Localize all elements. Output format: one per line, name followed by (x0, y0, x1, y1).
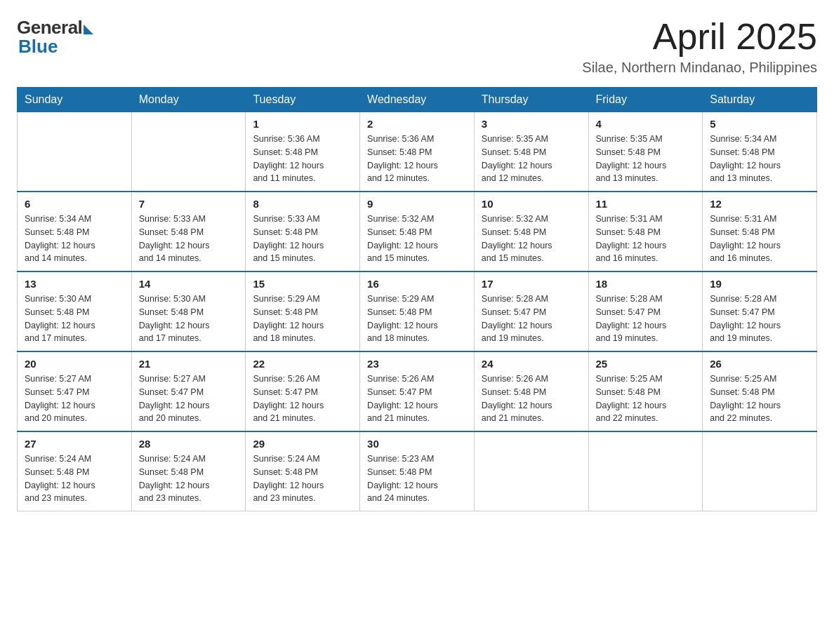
day-number: 20 (25, 358, 124, 370)
day-info: Sunrise: 5:27 AM Sunset: 5:47 PM Dayligh… (139, 373, 239, 425)
calendar-cell: 19Sunrise: 5:28 AM Sunset: 5:47 PM Dayli… (703, 271, 817, 351)
day-number: 27 (25, 438, 124, 450)
calendar-week-row: 20Sunrise: 5:27 AM Sunset: 5:47 PM Dayli… (18, 351, 817, 431)
calendar-cell: 9Sunrise: 5:32 AM Sunset: 5:48 PM Daylig… (360, 192, 475, 271)
day-number: 29 (253, 438, 352, 450)
calendar-cell: 8Sunrise: 5:33 AM Sunset: 5:48 PM Daylig… (246, 192, 360, 271)
calendar-cell: 28Sunrise: 5:24 AM Sunset: 5:48 PM Dayli… (131, 431, 246, 511)
calendar-table: SundayMondayTuesdayWednesdayThursdayFrid… (17, 87, 817, 511)
calendar-cell: 22Sunrise: 5:26 AM Sunset: 5:47 PM Dayli… (246, 351, 360, 431)
day-number: 23 (367, 358, 467, 370)
day-number: 22 (253, 358, 352, 370)
calendar-cell: 12Sunrise: 5:31 AM Sunset: 5:48 PM Dayli… (703, 192, 817, 271)
column-header-tuesday: Tuesday (246, 88, 360, 112)
logo: General Blue (17, 17, 93, 58)
column-header-sunday: Sunday (18, 88, 132, 112)
day-info: Sunrise: 5:23 AM Sunset: 5:48 PM Dayligh… (367, 452, 467, 505)
day-info: Sunrise: 5:34 AM Sunset: 5:48 PM Dayligh… (710, 133, 809, 185)
calendar-header-row: SundayMondayTuesdayWednesdayThursdayFrid… (18, 88, 817, 112)
column-header-thursday: Thursday (474, 88, 588, 112)
calendar-cell: 10Sunrise: 5:32 AM Sunset: 5:48 PM Dayli… (474, 192, 588, 271)
day-info: Sunrise: 5:26 AM Sunset: 5:47 PM Dayligh… (367, 373, 467, 425)
day-number: 8 (253, 198, 352, 210)
month-year-title: April 2025 (582, 17, 817, 57)
day-number: 3 (482, 118, 581, 130)
title-block: April 2025 Silae, Northern Mindanao, Phi… (582, 17, 817, 76)
day-number: 24 (482, 358, 581, 370)
calendar-cell: 26Sunrise: 5:25 AM Sunset: 5:48 PM Dayli… (703, 351, 817, 431)
calendar-cell (18, 112, 132, 192)
calendar-cell: 25Sunrise: 5:25 AM Sunset: 5:48 PM Dayli… (588, 351, 703, 431)
day-info: Sunrise: 5:30 AM Sunset: 5:48 PM Dayligh… (25, 293, 124, 345)
day-info: Sunrise: 5:34 AM Sunset: 5:48 PM Dayligh… (25, 213, 124, 265)
column-header-wednesday: Wednesday (360, 88, 475, 112)
day-number: 16 (367, 278, 467, 290)
day-info: Sunrise: 5:28 AM Sunset: 5:47 PM Dayligh… (596, 293, 696, 345)
calendar-cell: 23Sunrise: 5:26 AM Sunset: 5:47 PM Dayli… (360, 351, 475, 431)
day-number: 1 (253, 118, 352, 130)
column-header-friday: Friday (588, 88, 703, 112)
day-info: Sunrise: 5:36 AM Sunset: 5:48 PM Dayligh… (253, 133, 352, 185)
day-info: Sunrise: 5:31 AM Sunset: 5:48 PM Dayligh… (596, 213, 696, 265)
logo-arrow-icon (84, 25, 93, 34)
day-info: Sunrise: 5:24 AM Sunset: 5:48 PM Dayligh… (139, 452, 239, 505)
day-number: 26 (710, 358, 809, 370)
day-info: Sunrise: 5:31 AM Sunset: 5:48 PM Dayligh… (710, 213, 809, 265)
day-number: 10 (482, 198, 581, 210)
day-number: 17 (482, 278, 581, 290)
day-number: 21 (139, 358, 239, 370)
day-number: 30 (367, 438, 467, 450)
calendar-cell: 2Sunrise: 5:36 AM Sunset: 5:48 PM Daylig… (360, 112, 475, 192)
day-number: 25 (596, 358, 696, 370)
calendar-cell (588, 431, 703, 511)
day-number: 2 (367, 118, 467, 130)
day-info: Sunrise: 5:25 AM Sunset: 5:48 PM Dayligh… (710, 373, 809, 425)
calendar-cell: 3Sunrise: 5:35 AM Sunset: 5:48 PM Daylig… (474, 112, 588, 192)
calendar-cell (131, 112, 246, 192)
calendar-cell (474, 431, 588, 511)
calendar-cell (703, 431, 817, 511)
day-number: 15 (253, 278, 352, 290)
day-number: 5 (710, 118, 809, 130)
calendar-cell: 5Sunrise: 5:34 AM Sunset: 5:48 PM Daylig… (703, 112, 817, 192)
day-number: 28 (139, 438, 239, 450)
day-info: Sunrise: 5:26 AM Sunset: 5:47 PM Dayligh… (253, 373, 352, 425)
calendar-cell: 17Sunrise: 5:28 AM Sunset: 5:47 PM Dayli… (474, 271, 588, 351)
day-info: Sunrise: 5:24 AM Sunset: 5:48 PM Dayligh… (25, 452, 124, 505)
day-number: 12 (710, 198, 809, 210)
day-info: Sunrise: 5:25 AM Sunset: 5:48 PM Dayligh… (596, 373, 696, 425)
calendar-week-row: 13Sunrise: 5:30 AM Sunset: 5:48 PM Dayli… (18, 271, 817, 351)
day-info: Sunrise: 5:35 AM Sunset: 5:48 PM Dayligh… (596, 133, 696, 185)
day-info: Sunrise: 5:32 AM Sunset: 5:48 PM Dayligh… (367, 213, 467, 265)
calendar-cell: 29Sunrise: 5:24 AM Sunset: 5:48 PM Dayli… (246, 431, 360, 511)
location-subtitle: Silae, Northern Mindanao, Philippines (582, 60, 817, 76)
calendar-cell: 4Sunrise: 5:35 AM Sunset: 5:48 PM Daylig… (588, 112, 703, 192)
day-info: Sunrise: 5:33 AM Sunset: 5:48 PM Dayligh… (139, 213, 239, 265)
day-number: 13 (25, 278, 124, 290)
day-number: 19 (710, 278, 809, 290)
day-info: Sunrise: 5:29 AM Sunset: 5:48 PM Dayligh… (367, 293, 467, 345)
calendar-cell: 14Sunrise: 5:30 AM Sunset: 5:48 PM Dayli… (131, 271, 246, 351)
calendar-cell: 6Sunrise: 5:34 AM Sunset: 5:48 PM Daylig… (18, 192, 132, 271)
day-info: Sunrise: 5:29 AM Sunset: 5:48 PM Dayligh… (253, 293, 352, 345)
day-info: Sunrise: 5:28 AM Sunset: 5:47 PM Dayligh… (482, 293, 581, 345)
day-number: 7 (139, 198, 239, 210)
calendar-cell: 21Sunrise: 5:27 AM Sunset: 5:47 PM Dayli… (131, 351, 246, 431)
day-info: Sunrise: 5:35 AM Sunset: 5:48 PM Dayligh… (482, 133, 581, 185)
calendar-cell: 18Sunrise: 5:28 AM Sunset: 5:47 PM Dayli… (588, 271, 703, 351)
calendar-cell: 7Sunrise: 5:33 AM Sunset: 5:48 PM Daylig… (131, 192, 246, 271)
day-info: Sunrise: 5:26 AM Sunset: 5:48 PM Dayligh… (482, 373, 581, 425)
day-number: 11 (596, 198, 696, 210)
calendar-cell: 15Sunrise: 5:29 AM Sunset: 5:48 PM Dayli… (246, 271, 360, 351)
day-number: 9 (367, 198, 467, 210)
calendar-cell: 20Sunrise: 5:27 AM Sunset: 5:47 PM Dayli… (18, 351, 132, 431)
calendar-week-row: 6Sunrise: 5:34 AM Sunset: 5:48 PM Daylig… (18, 192, 817, 271)
calendar-week-row: 1Sunrise: 5:36 AM Sunset: 5:48 PM Daylig… (18, 112, 817, 192)
day-number: 18 (596, 278, 696, 290)
column-header-monday: Monday (131, 88, 246, 112)
calendar-cell: 30Sunrise: 5:23 AM Sunset: 5:48 PM Dayli… (360, 431, 475, 511)
day-number: 4 (596, 118, 696, 130)
day-number: 6 (25, 198, 124, 210)
day-info: Sunrise: 5:36 AM Sunset: 5:48 PM Dayligh… (367, 133, 467, 185)
day-number: 14 (139, 278, 239, 290)
